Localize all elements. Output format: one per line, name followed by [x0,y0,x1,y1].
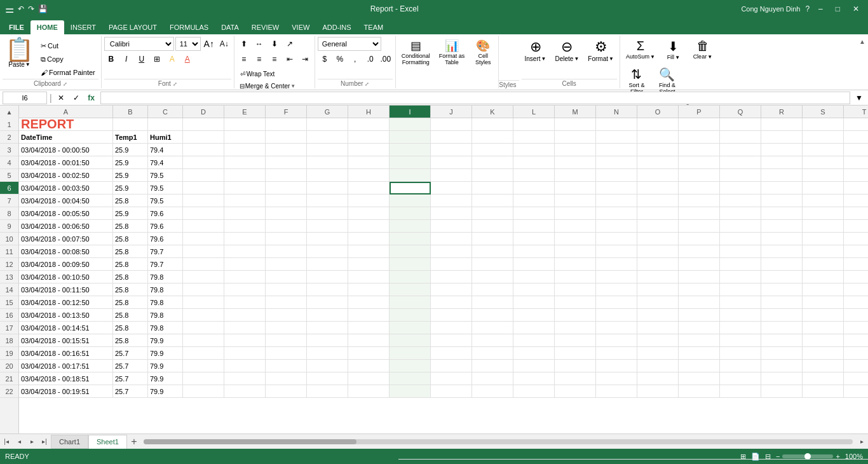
tab-file[interactable]: FILE [3,20,31,34]
cell[interactable] [637,131,679,144]
cell[interactable] [844,169,868,182]
cell[interactable]: 03/04/2018 - 00:07:50 [19,233,113,245]
cell[interactable] [472,372,513,385]
cell[interactable] [555,372,596,385]
cell[interactable] [348,322,390,334]
insert-function-btn[interactable]: fx [85,92,98,104]
cell[interactable] [348,334,390,347]
cell[interactable] [803,258,844,271]
cell[interactable] [844,156,868,169]
cell[interactable]: 03/04/2018 - 00:09:50 [19,258,113,271]
cell[interactable] [679,334,720,347]
cell[interactable] [348,245,390,258]
cell[interactable] [596,322,637,334]
cell[interactable] [596,309,637,322]
cell[interactable] [844,271,868,283]
cell[interactable]: 25.8 [113,245,148,258]
sheet-nav-last[interactable]: ▸| [38,435,51,448]
cell[interactable] [390,144,431,156]
cell[interactable] [637,245,679,258]
cell[interactable] [844,334,868,347]
col-header-T[interactable]: T [844,106,868,118]
cell[interactable] [431,372,472,385]
cell[interactable] [513,283,555,296]
cell[interactable] [555,271,596,283]
cell[interactable] [803,118,844,131]
cell[interactable] [224,207,266,220]
cell[interactable] [844,131,868,144]
cell[interactable] [431,385,472,398]
bold-btn[interactable]: B [104,52,118,66]
cell[interactable] [472,220,513,233]
cell[interactable] [348,360,390,372]
cell[interactable] [224,360,266,372]
col-header-A[interactable]: A [19,106,113,118]
row-num-14[interactable]: 14 [0,283,18,296]
cell[interactable] [720,194,761,207]
cell[interactable] [472,207,513,220]
cell[interactable] [266,169,307,182]
cell[interactable] [513,220,555,233]
cell[interactable]: 79.5 [148,182,183,194]
cell[interactable] [720,309,761,322]
cell[interactable] [472,131,513,144]
cell[interactable] [596,347,637,360]
cell[interactable] [266,309,307,322]
cell[interactable] [844,118,868,131]
row-num-9[interactable]: 9 [0,220,18,233]
cell[interactable]: 79.8 [148,271,183,283]
cell[interactable] [183,207,224,220]
cell[interactable] [637,322,679,334]
cell[interactable] [803,207,844,220]
cell[interactable]: 79.9 [148,360,183,372]
row-num-2[interactable]: 2 [0,131,18,144]
align-bottom-btn[interactable]: ⬇ [268,37,281,51]
col-header-S[interactable]: S [803,106,844,118]
cell[interactable] [266,334,307,347]
cell[interactable]: 79.9 [148,347,183,360]
cell[interactable] [307,131,348,144]
cell[interactable] [844,360,868,372]
fill-color-btn[interactable]: A [165,52,179,66]
cell[interactable]: 79.5 [148,194,183,207]
cell[interactable]: 03/04/2018 - 00:15:51 [19,334,113,347]
cell[interactable] [637,156,679,169]
cell[interactable]: Temp1 [113,131,148,144]
cell[interactable] [513,372,555,385]
cell[interactable] [307,309,348,322]
cell[interactable] [513,347,555,360]
cell[interactable] [224,144,266,156]
cell[interactable] [679,258,720,271]
cell[interactable] [596,296,637,309]
indent-decrease-btn[interactable]: ⇤ [283,52,297,66]
cell[interactable] [720,322,761,334]
cell[interactable] [761,207,803,220]
cell[interactable] [679,233,720,245]
cell[interactable] [348,271,390,283]
cell[interactable] [844,207,868,220]
cell[interactable] [761,245,803,258]
cell[interactable]: 79.6 [148,220,183,233]
cell[interactable]: 25.9 [113,144,148,156]
cell[interactable] [307,194,348,207]
cell[interactable] [637,207,679,220]
cell[interactable] [224,182,266,194]
col-header-N[interactable]: N [596,106,637,118]
cell[interactable] [266,271,307,283]
row-num-5[interactable]: 5 [0,169,18,182]
cell[interactable] [224,309,266,322]
cell[interactable]: 79.4 [148,156,183,169]
cell[interactable] [431,182,472,194]
cell[interactable] [390,118,431,131]
cell[interactable] [555,309,596,322]
formula-expand-btn[interactable]: ▼ [853,92,865,104]
cell[interactable] [266,258,307,271]
row-num-15[interactable]: 15 [0,296,18,309]
cell[interactable] [637,283,679,296]
cell[interactable] [266,118,307,131]
cell[interactable] [348,309,390,322]
cell[interactable] [637,169,679,182]
cell[interactable] [637,118,679,131]
cell[interactable]: 25.8 [113,258,148,271]
cell[interactable] [472,309,513,322]
